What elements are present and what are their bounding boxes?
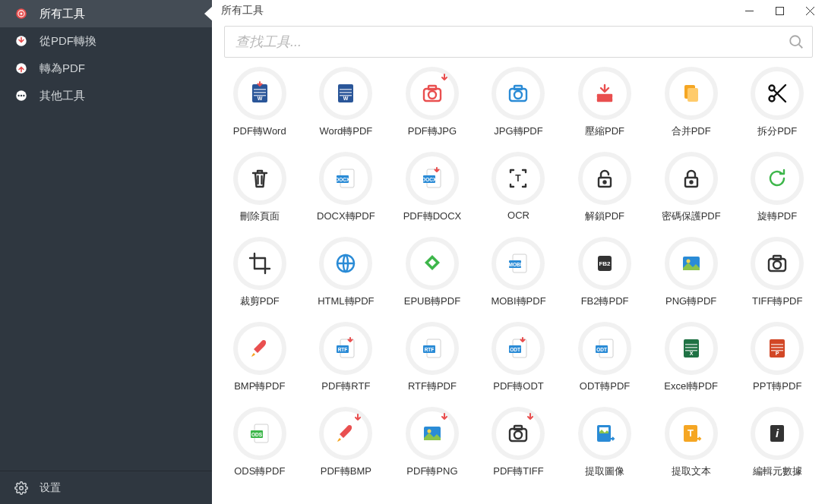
tool-pdf-to-odt[interactable]: ODTPDF轉ODT xyxy=(476,322,562,393)
tool-label: 旋轉PDF xyxy=(757,209,797,223)
tool-html-to-pdf[interactable]: HTML轉PDF xyxy=(303,237,390,308)
tool-pdf-to-word[interactable]: WPDF轉Word xyxy=(217,67,303,138)
tool-delete-pages[interactable]: 刪除頁面 xyxy=(217,152,303,223)
compress-pdf-icon xyxy=(578,67,631,120)
svg-rect-28 xyxy=(514,86,522,90)
tool-docx-to-pdf[interactable]: DOCXDOCX轉PDF xyxy=(303,152,390,223)
lock-pdf-icon xyxy=(665,152,718,205)
tool-bmp-to-pdf[interactable]: BMP轉PDF xyxy=(217,322,303,393)
sidebar-item-other-tools[interactable]: 其他工具 xyxy=(0,82,212,109)
tool-pdf-to-jpg[interactable]: PDF轉JPG xyxy=(389,67,476,138)
html-to-pdf-icon xyxy=(319,237,372,290)
pdf-to-png-icon xyxy=(406,407,459,460)
tool-ppt-to-pdf[interactable]: PPPT轉PDF xyxy=(734,322,820,393)
tool-tiff-to-pdf[interactable]: TIFF轉PDF xyxy=(734,237,820,308)
edit-metadata-icon: i xyxy=(751,407,804,460)
sidebar-item-all-tools[interactable]: 所有工具 xyxy=(0,0,212,27)
sidebar-item-to-pdf[interactable]: 轉為PDF xyxy=(0,55,212,82)
search-input[interactable] xyxy=(225,27,812,57)
window-title: 所有工具 xyxy=(221,4,264,17)
excel-to-pdf-icon: X xyxy=(665,322,718,375)
svg-text:DOCX: DOCX xyxy=(336,177,350,182)
bmp-to-pdf-icon xyxy=(233,322,286,375)
svg-rect-25 xyxy=(428,86,436,90)
sidebar-item-from-pdf[interactable]: 從PDF轉換 xyxy=(0,27,212,55)
svg-rect-10 xyxy=(745,11,754,11)
tool-word-to-pdf[interactable]: WWord轉PDF xyxy=(303,67,390,138)
tool-label: RTF轉PDF xyxy=(408,380,457,393)
tool-label: 拆分PDF xyxy=(757,124,797,138)
tool-pdf-to-docx[interactable]: DOCXPDF轉DOCX xyxy=(389,152,476,223)
tool-edit-metadata[interactable]: i編輯元數據 xyxy=(734,407,820,478)
pdf-to-jpg-icon xyxy=(406,67,459,120)
tool-compress-pdf[interactable]: 壓縮PDF xyxy=(561,67,648,138)
tool-extract-text[interactable]: T提取文本 xyxy=(648,407,735,478)
close-button[interactable] xyxy=(795,0,825,21)
svg-text:X: X xyxy=(689,351,693,356)
tool-label: 壓縮PDF xyxy=(585,124,624,138)
minimize-button[interactable] xyxy=(734,0,764,21)
svg-point-85 xyxy=(514,431,522,439)
maximize-button[interactable] xyxy=(764,0,795,21)
tool-crop-pdf[interactable]: 裁剪PDF xyxy=(217,237,303,308)
tool-odt-to-pdf[interactable]: ODTODT轉PDF xyxy=(561,322,648,393)
svg-point-43 xyxy=(604,181,606,184)
tool-pdf-to-bmp[interactable]: PDF轉BMP xyxy=(303,407,390,478)
word-to-pdf-icon: W xyxy=(319,67,372,120)
to-pdf-icon xyxy=(14,61,29,76)
tool-lock-pdf[interactable]: 密碼保護PDF xyxy=(648,152,735,223)
tool-label: PDF轉JPG xyxy=(408,124,457,138)
settings-link[interactable]: 设置 xyxy=(0,471,212,504)
merge-pdf-icon xyxy=(665,67,718,120)
tool-label: PDF轉DOCX xyxy=(403,209,462,223)
tool-rotate-pdf[interactable]: 旋轉PDF xyxy=(734,152,820,223)
tool-mobi-to-pdf[interactable]: MOBIMOBI轉PDF xyxy=(476,237,562,308)
svg-rect-75 xyxy=(771,344,783,345)
tool-pdf-to-png[interactable]: PDF轉PNG xyxy=(389,407,476,478)
svg-rect-20 xyxy=(340,92,352,93)
tool-label: PDF轉PNG xyxy=(406,465,457,478)
crop-pdf-icon xyxy=(233,237,286,290)
ods-to-pdf-icon: ODS xyxy=(233,407,286,460)
tool-rtf-to-pdf[interactable]: RTFRTF轉PDF xyxy=(389,322,476,393)
pdf-to-tiff-icon xyxy=(492,407,545,460)
tool-fb2-to-pdf[interactable]: FB2FB2轉PDF xyxy=(561,237,648,308)
tool-pdf-to-tiff[interactable]: PDF轉TIFF xyxy=(476,407,562,478)
svg-rect-76 xyxy=(771,347,783,348)
docx-to-pdf-icon: DOCX xyxy=(319,152,372,205)
tool-unlock-pdf[interactable]: 解鎖PDF xyxy=(561,152,648,223)
sidebar-item-label: 其他工具 xyxy=(40,89,85,103)
tool-label: PDF轉Word xyxy=(233,124,286,138)
tool-split-pdf[interactable]: 拆分PDF xyxy=(734,67,820,138)
svg-rect-29 xyxy=(598,99,612,101)
tool-ods-to-pdf[interactable]: ODSODS轉PDF xyxy=(217,407,303,478)
png-to-pdf-icon xyxy=(665,237,718,290)
tool-label: Excel轉PDF xyxy=(664,380,718,393)
svg-point-8 xyxy=(23,95,24,96)
tool-label: 提取文本 xyxy=(672,465,711,478)
tool-label: FB2轉PDF xyxy=(581,295,629,308)
odt-to-pdf-icon: ODT xyxy=(578,322,631,375)
tool-label: HTML轉PDF xyxy=(318,295,374,308)
sidebar-item-label: 轉為PDF xyxy=(40,61,85,76)
tool-pdf-to-rtf[interactable]: RTFPDF轉RTF xyxy=(303,322,390,393)
unlock-pdf-icon xyxy=(578,152,631,205)
svg-point-27 xyxy=(514,91,522,99)
tool-merge-pdf[interactable]: 合并PDF xyxy=(648,67,735,138)
svg-text:W: W xyxy=(257,96,262,101)
tool-ocr[interactable]: TOCR xyxy=(476,152,562,223)
svg-point-12 xyxy=(790,36,800,46)
rtf-to-pdf-icon: RTF xyxy=(406,322,459,375)
tool-label: EPUB轉PDF xyxy=(404,295,460,308)
delete-pages-icon xyxy=(233,152,286,205)
tool-label: 刪除頁面 xyxy=(240,209,280,223)
tool-epub-to-pdf[interactable]: EPUB轉PDF xyxy=(389,237,476,308)
tool-png-to-pdf[interactable]: PNG轉PDF xyxy=(648,237,735,308)
svg-text:P: P xyxy=(776,351,779,356)
search-box[interactable] xyxy=(224,26,813,58)
pdf-to-docx-icon: DOCX xyxy=(406,152,459,205)
tool-excel-to-pdf[interactable]: XExcel轉PDF xyxy=(648,322,735,393)
tool-label: 提取圖像 xyxy=(585,465,624,478)
tool-jpg-to-pdf[interactable]: JPG轉PDF xyxy=(476,67,562,138)
tool-extract-images[interactable]: 提取圖像 xyxy=(561,407,648,478)
